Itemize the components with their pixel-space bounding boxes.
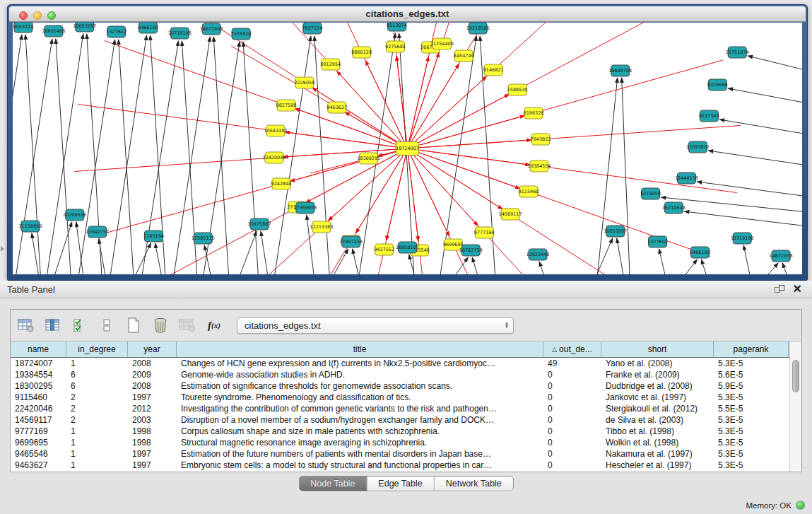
graph-node[interactable]: 10653287 bbox=[604, 226, 627, 237]
table-row[interactable]: 946554611997Estimation of the future num… bbox=[11, 448, 789, 460]
graph-node[interactable]: 9146821 bbox=[483, 64, 504, 76]
import-table-icon[interactable] bbox=[177, 315, 197, 335]
graph-node[interactable]: 20691406 bbox=[42, 25, 65, 37]
graph-node[interactable]: 16782759 bbox=[459, 245, 483, 256]
function-builder-icon[interactable]: f(x) bbox=[204, 315, 224, 335]
graph-node[interactable]: 20206556 bbox=[63, 209, 86, 221]
network-canvas[interactable]: 1872400794275522803144122133832718126924… bbox=[13, 23, 802, 274]
graph-node[interactable]: 7515526 bbox=[231, 28, 252, 40]
graph-node[interactable]: 8912954 bbox=[320, 59, 341, 70]
graph-node[interactable]: 22420046 bbox=[263, 152, 286, 163]
column-header-title[interactable]: title bbox=[177, 341, 543, 357]
graph-node[interactable]: 9463627 bbox=[326, 102, 347, 113]
graph-node[interactable]: 14671938 bbox=[200, 23, 223, 35]
graph-node[interactable]: 8454749 bbox=[454, 50, 474, 62]
table-row[interactable]: 1830029562008Estimation of significance … bbox=[11, 380, 789, 392]
table-row[interactable]: 1456911722003Disruption of a novel membe… bbox=[11, 414, 789, 426]
column-header-pagerank[interactable]: pagerank bbox=[714, 341, 789, 357]
graph-node[interactable]: 9827508 bbox=[276, 100, 297, 111]
graph-node[interactable]: 7857224 bbox=[302, 23, 322, 34]
scrollbar-thumb[interactable] bbox=[792, 360, 799, 392]
svg-text:9699695: 9699695 bbox=[443, 242, 464, 247]
graph-node[interactable]: 14569117 bbox=[499, 209, 522, 220]
graph-node[interactable]: 9115460 bbox=[519, 186, 539, 197]
float-window-icon[interactable] bbox=[775, 285, 784, 294]
graph-node[interactable]: 10543382 bbox=[264, 125, 288, 136]
column-header-out_de[interactable]: △out_de... bbox=[543, 341, 601, 357]
graph-node[interactable]: 8186328 bbox=[524, 107, 544, 119]
window-titlebar[interactable]: citations_edges.txt bbox=[9, 6, 806, 22]
rows-icon[interactable] bbox=[97, 315, 117, 335]
table-row[interactable]: 1872400712008Changes of HCN gene express… bbox=[11, 358, 789, 369]
svg-text:9827508: 9827508 bbox=[276, 103, 297, 108]
column-header-short[interactable]: short bbox=[601, 341, 714, 357]
close-window-button[interactable] bbox=[19, 11, 28, 20]
zoom-window-button[interactable] bbox=[47, 11, 56, 20]
graph-node[interactable]: 16648784 bbox=[608, 65, 632, 76]
tab-edge-table[interactable]: Edge Table bbox=[367, 477, 434, 491]
table-row[interactable]: 1938455462009Genome-wide association stu… bbox=[11, 369, 789, 380]
graph-node[interactable]: 16210643 bbox=[662, 202, 686, 214]
graph-node[interactable]: 9329966 bbox=[707, 79, 728, 90]
graph-node[interactable]: 12093832 bbox=[686, 141, 710, 153]
graph-node[interactable]: 1327602 bbox=[106, 26, 126, 37]
table-mode-icon[interactable] bbox=[16, 315, 36, 335]
graph-node[interactable]: 12213383 bbox=[310, 221, 333, 233]
table-row[interactable]: 977716911998Corpus callosum shape and si… bbox=[11, 426, 789, 437]
graph-node[interactable]: 18724007 bbox=[396, 142, 419, 156]
tab-network-table[interactable]: Network Table bbox=[435, 477, 513, 491]
graph-node[interactable]: 12923448 bbox=[526, 249, 550, 260]
column-header-name[interactable]: name bbox=[11, 341, 66, 357]
table-row[interactable]: 946362711997Embryonic stem cells: a mode… bbox=[11, 460, 789, 471]
table-row[interactable]: 911546021997Tourette syndrome. Phenomeno… bbox=[11, 392, 789, 403]
graph-node[interactable]: 9227343 bbox=[699, 110, 719, 122]
graph-node[interactable]: 11156869 bbox=[18, 221, 42, 232]
graph-node[interactable]: 10975887 bbox=[248, 218, 271, 230]
vertical-scrollbar[interactable] bbox=[789, 341, 801, 472]
graph-node[interactable]: 1588520 bbox=[507, 84, 528, 95]
graph-node[interactable]: 14671938 bbox=[770, 250, 793, 262]
column-header-in_degree[interactable]: in_degree bbox=[66, 341, 128, 357]
graph-node[interactable]: 10719198 bbox=[731, 233, 754, 244]
graph-node[interactable]: 6466100 bbox=[138, 23, 158, 33]
graph-node[interactable]: 18300295 bbox=[357, 153, 380, 164]
graph-node[interactable]: 10719198 bbox=[168, 28, 192, 39]
graph-node[interactable]: 11254409 bbox=[430, 38, 454, 49]
table-row[interactable]: 2242004622012Investigating the contribut… bbox=[11, 403, 789, 414]
graph-node[interactable]: 1145194 bbox=[143, 230, 164, 242]
delete-table-icon[interactable] bbox=[151, 315, 170, 335]
graph-node[interactable]: 2226058 bbox=[294, 77, 314, 88]
graph-node[interactable]: 9777169 bbox=[474, 227, 495, 238]
graph-node[interactable]: 6466100 bbox=[690, 247, 710, 258]
graph-node[interactable]: 16958107 bbox=[396, 242, 419, 253]
graph-node[interactable]: 19218586 bbox=[466, 23, 490, 34]
graph-node[interactable]: 17359928 bbox=[293, 202, 317, 214]
graph-node[interactable]: 15751074 bbox=[726, 47, 749, 58]
graph-node[interactable]: 8860128 bbox=[351, 47, 372, 58]
column-header-year[interactable]: year bbox=[128, 341, 177, 357]
graph-node[interactable]: 12444158 bbox=[675, 173, 698, 184]
minimize-window-button[interactable] bbox=[33, 11, 42, 20]
graph-node[interactable]: 13942757 bbox=[86, 226, 109, 238]
graph-node[interactable]: 1327602 bbox=[647, 236, 668, 247]
network-graph[interactable]: 1872400794275522803144122133832718126924… bbox=[13, 23, 802, 274]
graph-node[interactable]: 9242848 bbox=[271, 178, 292, 189]
table-selector-dropdown[interactable]: citations_edges.txt ▲▼ bbox=[237, 317, 514, 334]
table-row[interactable]: 969969511998Structural magnetic resonanc… bbox=[11, 437, 789, 448]
close-icon[interactable]: ✕ bbox=[793, 284, 802, 294]
graph-node[interactable]: 7643822 bbox=[531, 134, 551, 145]
graph-node[interactable]: 10653287 bbox=[73, 23, 96, 32]
tab-node-table[interactable]: Node Table bbox=[299, 477, 367, 491]
graph-node[interactable]: 8215958 bbox=[640, 188, 661, 199]
graph-node[interactable]: 9427552 bbox=[374, 244, 394, 255]
graph-node[interactable]: 19384554 bbox=[528, 160, 551, 172]
column-chooser-icon[interactable] bbox=[43, 315, 63, 335]
graph-node[interactable]: 17957253 bbox=[339, 236, 363, 247]
panel-collapse-handle[interactable] bbox=[1, 246, 4, 252]
graph-node[interactable]: 9275685 bbox=[385, 41, 406, 52]
graph-node[interactable]: 12505135 bbox=[192, 233, 215, 244]
graph-node[interactable]: 9055724 bbox=[13, 23, 34, 33]
graph-node[interactable]: 8513074 bbox=[387, 23, 407, 31]
new-table-icon[interactable] bbox=[124, 315, 143, 335]
row-selection-icon[interactable] bbox=[70, 315, 90, 335]
